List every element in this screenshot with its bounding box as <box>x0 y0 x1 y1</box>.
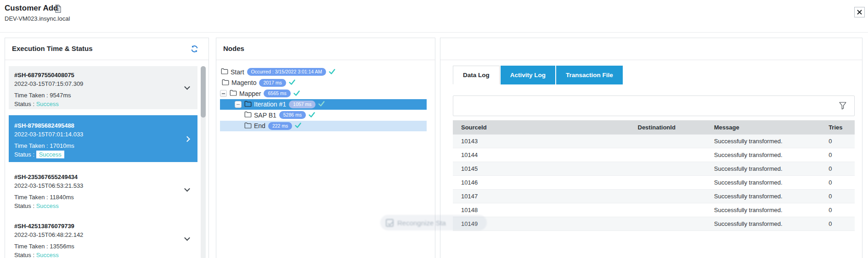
cell-sourceid: 10145 <box>453 165 638 172</box>
execution-timestamp: 2022-03-15T06:48:22.142 <box>14 230 192 239</box>
scrollbar-thumb[interactable] <box>201 66 206 118</box>
folder-icon <box>221 68 228 76</box>
time-taken-value: 13556ms <box>50 243 74 250</box>
check-icon <box>318 101 325 108</box>
execution-item-selected[interactable]: #SH-87985682495488 2022-03-15T07:01:14.0… <box>9 115 197 162</box>
cell-tries: 0 <box>829 179 855 186</box>
cell-sourceid: 10143 <box>453 138 638 145</box>
time-taken-value: 11840ms <box>50 194 74 201</box>
execution-panel: Execution Time & Status #SH-687975504080… <box>5 38 209 258</box>
cell-sourceid: 10148 <box>453 207 638 213</box>
nodes-panel-header: Nodes <box>216 38 435 60</box>
execution-panel-header: Execution Time & Status <box>5 38 209 60</box>
tree-node-badge: Occurred : 3/15/2022 3:01:14 AM <box>247 68 327 76</box>
cell-sourceid: 10149 <box>453 220 638 227</box>
folder-icon <box>244 111 252 119</box>
table-row: 10144 Successfully transformed. 0 <box>453 148 855 162</box>
document-icon <box>55 5 62 15</box>
cell-tries: 0 <box>829 193 855 200</box>
folder-icon <box>222 79 229 87</box>
tree-node-end[interactable]: End 222 ms <box>220 121 427 132</box>
cell-sourceid: 10147 <box>453 193 638 200</box>
check-icon <box>289 79 295 86</box>
nodes-panel: Nodes Start Occurred : 3/15/2022 3:01:14… <box>216 38 435 258</box>
check-icon <box>293 90 300 97</box>
status-badge: Success <box>36 101 59 107</box>
cell-sourceid: 10144 <box>453 151 638 158</box>
tree-node-badge: 2017 ms <box>259 79 286 87</box>
check-icon <box>295 122 301 129</box>
time-taken-label: Time Taken : <box>14 194 50 201</box>
tree-node-badge: 5286 ms <box>279 111 306 119</box>
execution-id: #SH-68797550408075 <box>14 71 192 79</box>
status-badge: Success <box>36 151 64 158</box>
tree-node-label: Start <box>231 68 244 76</box>
nodes-tree: Start Occurred : 3/15/2022 3:01:14 AM Ma… <box>216 60 435 131</box>
tab-transaction-file[interactable]: Transaction File <box>556 66 623 84</box>
folder-icon <box>244 101 252 108</box>
tree-node-badge: 1057 ms <box>289 101 316 108</box>
table-row: 10145 Successfully transformed. 0 <box>453 162 855 176</box>
status-label: Status : <box>14 101 36 107</box>
filter-bar <box>453 95 855 116</box>
tree-node-badge: 222 ms <box>268 122 292 130</box>
cell-message: Successfully transformed. <box>714 179 829 186</box>
table-row: 10143 Successfully transformed. 0 <box>453 135 855 148</box>
tree-node-badge: 6565 ms <box>264 90 290 97</box>
environment-name: DEV-VM023.insync.local <box>5 15 70 22</box>
cell-sourceid: 10146 <box>453 179 638 186</box>
tab-activity-log[interactable]: Activity Log <box>501 66 555 84</box>
status-badge: Success <box>36 252 59 258</box>
cell-tries: 0 <box>829 165 855 172</box>
execution-item[interactable]: #SH-235367655249434 2022-03-15T06:53:21.… <box>9 168 197 211</box>
tree-node-mapper[interactable]: Mapper 6565 ms <box>220 88 427 99</box>
tree-node-iteration[interactable]: Iteration #1 1057 ms <box>220 99 427 110</box>
close-icon <box>857 8 862 17</box>
cell-message: Successfully transformed. <box>714 138 829 145</box>
tree-node-magento[interactable]: Magento 2017 ms <box>220 78 427 89</box>
tree-node-label: Mapper <box>239 90 261 97</box>
tab-data-log[interactable]: Data Log <box>453 66 500 84</box>
status-label: Status : <box>14 202 36 209</box>
execution-timestamp: 2022-03-15T07:15:07.309 <box>14 79 192 88</box>
scrollbar[interactable] <box>201 66 206 258</box>
tree-node-label: Iteration #1 <box>254 101 286 108</box>
collapse-toggle-icon[interactable] <box>235 101 242 108</box>
table-row: 10149 Successfully transformed. 0 <box>453 217 855 231</box>
cell-tries: 0 <box>829 220 855 227</box>
log-panel-header <box>440 38 862 60</box>
data-log-table: SourceId DestinationId Message Tries 101… <box>453 120 855 231</box>
time-taken-value: 9547ms <box>50 92 71 99</box>
filter-funnel-icon[interactable] <box>839 101 847 112</box>
table-row: 10146 Successfully transformed. 0 <box>453 176 855 190</box>
tree-node-label: SAP B1 <box>254 112 276 119</box>
column-header-message: Message <box>714 124 829 131</box>
log-tabs: Data Log Activity Log Transaction File <box>453 66 624 84</box>
cell-message: Successfully transformed. <box>714 151 829 158</box>
check-icon <box>329 68 335 76</box>
tree-node-sapb1[interactable]: SAP B1 5286 ms <box>220 110 427 121</box>
log-panel: Data Log Activity Log Transaction File S… <box>440 38 862 258</box>
tree-node-start[interactable]: Start Occurred : 3/15/2022 3:01:14 AM <box>220 67 427 78</box>
close-button[interactable] <box>854 7 865 17</box>
nodes-panel-title: Nodes <box>223 45 244 52</box>
table-row: 10148 Successfully transformed. 0 <box>453 203 855 217</box>
cell-message: Successfully transformed. <box>714 165 829 172</box>
refresh-icon[interactable] <box>191 45 198 55</box>
execution-timestamp: 2022-03-15T06:53:21.533 <box>14 181 192 190</box>
time-taken-label: Time Taken : <box>14 243 50 250</box>
execution-item[interactable]: #SH-68797550408075 2022-03-15T07:15:07.3… <box>9 66 197 109</box>
execution-item[interactable]: #SH-42513876079739 2022-03-15T06:48:22.1… <box>9 217 197 258</box>
status-label: Status : <box>14 151 36 158</box>
execution-list: #SH-68797550408075 2022-03-15T07:15:07.3… <box>9 66 197 258</box>
collapse-toggle-icon[interactable] <box>220 90 227 97</box>
time-taken-label: Time Taken : <box>14 142 50 149</box>
execution-id: #SH-235367655249434 <box>14 173 192 181</box>
cell-tries: 0 <box>829 207 855 213</box>
table-row: 10147 Successfully transformed. 0 <box>453 190 855 203</box>
column-header-tries: Tries <box>829 124 855 131</box>
cell-tries: 0 <box>829 151 855 158</box>
cell-message: Successfully transformed. <box>714 193 829 200</box>
check-icon <box>309 112 315 119</box>
table-header-row: SourceId DestinationId Message Tries <box>453 120 855 135</box>
